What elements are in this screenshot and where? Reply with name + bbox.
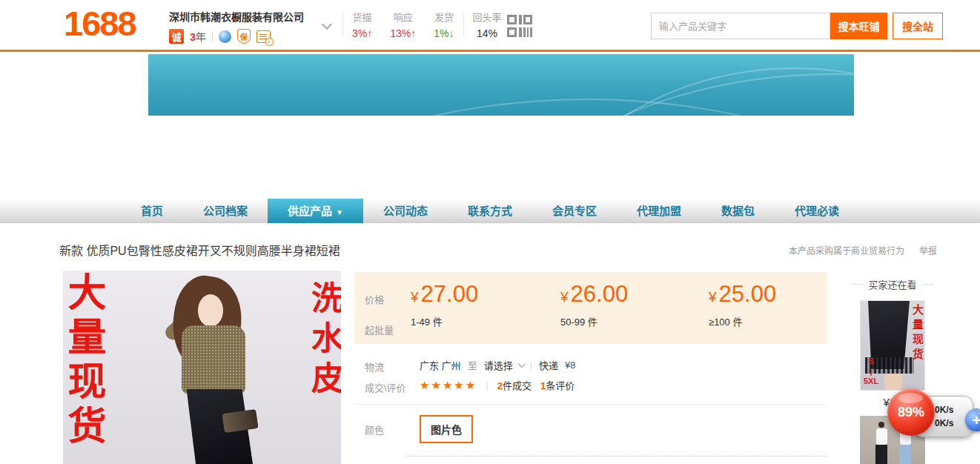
destination-select[interactable]: 请选择 <box>484 358 523 372</box>
search-shop-button[interactable]: 搜本旺铺 <box>830 13 887 39</box>
stat-shipping: 发货 1%↓ <box>425 10 463 39</box>
messenger-icon[interactable] <box>219 30 231 43</box>
image-overlay-text-left: 大量现货 <box>64 272 103 450</box>
divider <box>212 31 213 42</box>
nav-item-products[interactable]: 供应产品▼ <box>268 199 363 223</box>
sidebar-title: 买家还在看 <box>851 277 934 291</box>
nav-item-data-package[interactable]: 数据包 <box>701 199 775 223</box>
shop-navbar: 首页 公司档案 供应产品▼ 公司动态 联系方式 会员专区 代理加盟 数据包 代理… <box>0 199 980 223</box>
search-box: 搜本旺铺 搜全站 <box>651 13 943 39</box>
contract-icon[interactable]: ✓ <box>256 30 271 43</box>
qr-code-icon[interactable] <box>507 15 532 40</box>
progress-badge[interactable]: 89% <box>887 388 935 436</box>
company-block: 深圳市韩潮衣橱服装有限公司 诚 3年 保 ✓ <box>169 9 304 44</box>
header: 1688 深圳市韩潮衣橱服装有限公司 诚 3年 保 ✓ 货描 3%↑ 响应 13… <box>0 0 980 52</box>
chevron-down-icon <box>518 360 526 368</box>
price-tier-1: ¥27.00 1-49 件 <box>411 281 478 328</box>
trade-notice: 本产品采购属于商业贸易行为 <box>789 244 904 256</box>
color-option-button[interactable]: 图片色 <box>420 415 473 443</box>
logistics-row: 广东 广州 至 请选择 | 快递 ¥8 <box>420 358 576 372</box>
report-link[interactable]: 举报 <box>919 244 937 256</box>
guarantee-shield-icon[interactable]: 保 <box>237 29 251 44</box>
nav-item-home[interactable]: 首页 <box>121 199 183 223</box>
member-years: 3年 <box>190 29 206 44</box>
company-chevron-down-icon[interactable] <box>322 19 332 30</box>
nav-item-company-news[interactable]: 公司动态 <box>363 199 448 223</box>
nav-item-agent-guide[interactable]: 代理必读 <box>775 199 859 223</box>
search-site-button[interactable]: 搜全站 <box>893 13 943 39</box>
express-label: 快递 <box>539 358 558 372</box>
stat-response: 响应 13%↑ <box>381 10 425 39</box>
shop-stats: 货描 3%↑ 响应 13%↑ 发货 1%↓ 回头率 14% <box>342 10 511 39</box>
search-input[interactable] <box>651 13 830 39</box>
nav-item-member-zone[interactable]: 会员专区 <box>532 199 617 223</box>
thumb-overlay-text: 大量现货 <box>912 304 923 363</box>
deal-count-link[interactable]: 2件成交 <box>497 378 532 392</box>
price-panel: 价格 起批量 ¥27.00 1-49 件 ¥26.00 50-99 件 ¥25.… <box>354 272 827 344</box>
credit-badge-icon: 诚 <box>169 29 184 44</box>
image-overlay-text-right: 洗水皮 <box>308 281 341 401</box>
dotted-divider <box>406 456 827 457</box>
chevron-down-icon: ▼ <box>336 208 343 216</box>
related-product-thumb-1[interactable]: 大量现货 S | 5XL <box>860 300 925 391</box>
page: 1688 深圳市韩潮衣橱服装有限公司 诚 3年 保 ✓ 货描 3%↑ 响应 13… <box>0 0 980 464</box>
ship-from: 广东 广州 <box>420 358 461 372</box>
upload-speed: 0K/s <box>935 405 953 415</box>
price-tier-2: ¥26.00 50-99 件 <box>560 281 628 328</box>
deal-row: ★★★★★ | 2件成交 1条评价 <box>420 378 575 392</box>
nav-item-company-profile[interactable]: 公司档案 <box>183 199 268 223</box>
color-label: 颜色 <box>365 422 384 437</box>
qty-label: 起批量 <box>365 322 394 337</box>
divider: | <box>486 380 488 391</box>
trade-notice-row: 本产品采购属于商业贸易行为 举报 <box>789 244 937 256</box>
thumb-size-range: S | 5XL <box>864 357 878 387</box>
nav-item-contact[interactable]: 联系方式 <box>448 199 532 223</box>
company-name: 深圳市韩潮衣橱服装有限公司 <box>169 9 304 24</box>
download-speed: 0K/s <box>935 418 953 428</box>
to-word: 至 <box>468 358 477 372</box>
review-count-link[interactable]: 1条评价 <box>540 378 575 392</box>
divider <box>354 404 827 405</box>
express-fee: ¥8 <box>565 359 575 371</box>
star-rating[interactable]: ★★★★★ <box>420 379 477 392</box>
price-tier-3: ¥25.00 ≥100 件 <box>709 281 776 328</box>
price-label: 价格 <box>365 292 384 306</box>
product-main-image[interactable]: 大量现货 洗水皮 <box>63 271 341 464</box>
site-logo[interactable]: 1688 <box>64 3 136 44</box>
company-badges: 诚 3年 保 ✓ <box>169 29 304 44</box>
product-info: 价格 起批量 ¥27.00 1-49 件 ¥26.00 50-99 件 ¥25.… <box>354 272 827 464</box>
deal-label: 成交\评价 <box>365 380 406 394</box>
logistics-label: 物流 <box>365 359 384 374</box>
nav-item-agent-join[interactable]: 代理加盟 <box>617 199 701 223</box>
stat-goods-desc: 货描 3%↑ <box>343 10 381 39</box>
product-title: 新款 优质PU包臀性感皮裙开叉不规则高腰半身裙短裙 <box>59 241 340 259</box>
shop-banner <box>148 54 854 116</box>
divider: | <box>530 359 532 371</box>
model-photo <box>150 276 277 464</box>
stat-return-rate: 回头率 14% <box>464 10 511 39</box>
